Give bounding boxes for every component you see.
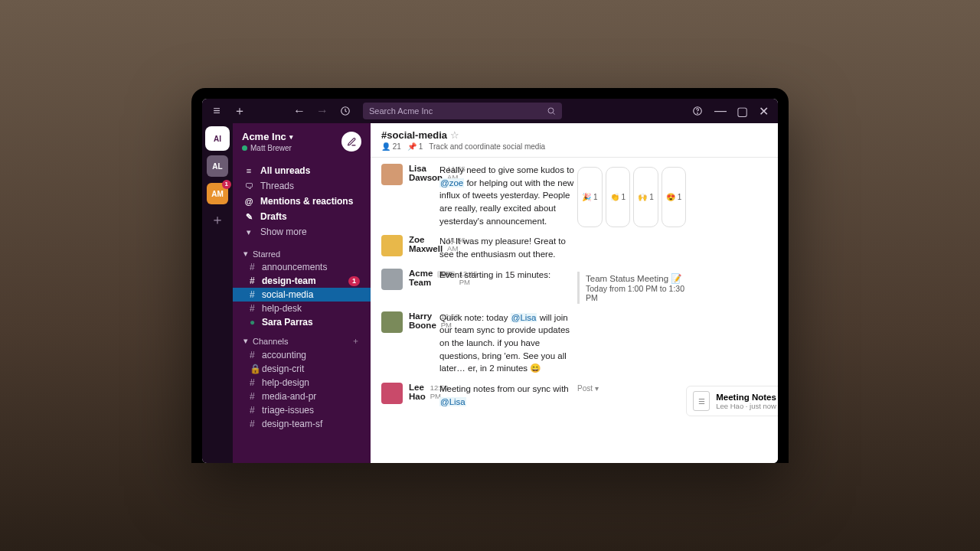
section-starred[interactable]: ▾ Starred xyxy=(233,243,371,260)
channel-item[interactable]: #help-design xyxy=(233,376,371,390)
nav-drafts[interactable]: ✎Drafts xyxy=(233,209,371,224)
channel-item[interactable]: #help-desk xyxy=(233,302,371,315)
section-channels[interactable]: ▾ Channels ＋ xyxy=(233,329,371,348)
unread-badge: 1 xyxy=(222,180,231,189)
nav-threads[interactable]: 🗨Threads xyxy=(233,178,371,194)
svg-point-3 xyxy=(697,113,698,114)
workspace-switcher-item[interactable]: AM 1 xyxy=(207,183,228,204)
channel-name[interactable]: #social-media xyxy=(381,129,447,141)
mention[interactable]: @Lisa xyxy=(439,397,466,406)
channel-header: #social-media ☆ 👤 21 📌 1 Track and coord… xyxy=(371,123,778,158)
maximize-icon[interactable]: ▢ xyxy=(733,103,750,119)
caret-down-icon: ▾ xyxy=(243,249,248,259)
message-text: Meeting notes from our sync with @Lisa xyxy=(439,383,577,416)
channel-item[interactable]: #media-and-pr xyxy=(233,390,371,403)
message-text: Event starting in 15 minutes: xyxy=(439,269,577,304)
add-workspace-icon[interactable]: ＋ xyxy=(211,210,224,229)
presence-icon xyxy=(242,145,247,151)
avatar[interactable] xyxy=(381,269,403,290)
drafts-icon: ✎ xyxy=(243,212,254,222)
message-author[interactable]: Lee Hao xyxy=(409,383,426,401)
channel-item[interactable]: #design-team1 xyxy=(233,274,371,288)
message-author[interactable]: Harry Boone xyxy=(409,311,436,330)
chevron-down-icon: ▾ xyxy=(289,133,293,141)
mention[interactable]: @Lisa xyxy=(511,313,537,322)
message-text: No! It was my pleasure! Great to see the… xyxy=(439,235,577,260)
message: Zoe Maxwell11:56 AM No! It was my pleasu… xyxy=(381,235,778,260)
channel-item[interactable]: 🔒design-crit xyxy=(233,362,371,376)
history-icon[interactable] xyxy=(337,103,354,119)
top-bar: ≡ ＋ ← → Search Acme Inc — ▢ ✕ xyxy=(202,99,778,123)
forward-icon[interactable]: → xyxy=(314,103,331,119)
current-user[interactable]: Matt Brewer xyxy=(242,144,293,152)
compose-button[interactable] xyxy=(341,132,361,152)
message: Harry Boone12:58 PM Quick note: today @L… xyxy=(381,311,778,375)
channel-item[interactable]: #triage-issues xyxy=(233,403,371,417)
reaction[interactable]: 😍1 xyxy=(662,167,687,227)
avatar[interactable] xyxy=(381,235,403,256)
star-icon[interactable]: ☆ xyxy=(450,129,459,141)
event-attachment[interactable]: Team Status Meeting 📝 Today from 1:00 PM… xyxy=(577,272,686,304)
search-icon xyxy=(547,106,556,116)
new-tab-icon[interactable]: ＋ xyxy=(231,103,248,119)
menu-icon[interactable]: ≡ xyxy=(208,103,225,119)
file-icon: ☰ xyxy=(693,391,710,411)
search-placeholder: Search Acme Inc xyxy=(369,106,433,116)
message: Acme TeamAPP12:45 PM Event starting in 1… xyxy=(381,269,778,304)
file-attachment[interactable]: ☰ Meeting Notes Lee Hao · just now xyxy=(686,386,778,416)
avatar[interactable] xyxy=(381,383,403,404)
caret-down-icon: ▾ xyxy=(243,336,248,346)
message-text: Really need to give some kudos to @zoe f… xyxy=(439,164,577,227)
avatar[interactable] xyxy=(381,311,403,333)
threads-icon: 🗨 xyxy=(243,181,254,191)
close-icon[interactable]: ✕ xyxy=(755,103,772,119)
back-icon[interactable]: ← xyxy=(291,103,308,119)
member-count[interactable]: 👤 21 xyxy=(381,142,401,151)
workspace-switcher-item[interactable]: AI xyxy=(207,128,228,149)
nav-show-more[interactable]: ▾Show more xyxy=(233,224,371,240)
workspace-switcher-item[interactable]: AL xyxy=(207,155,228,177)
add-channel-icon[interactable]: ＋ xyxy=(351,335,360,347)
channel-item-active[interactable]: #social-media xyxy=(233,288,371,302)
sidebar: Acme Inc ▾ Matt Brewer ≡All unreads 🗨Thr… xyxy=(233,123,371,463)
nav-mentions[interactable]: @Mentions & reactions xyxy=(233,194,371,209)
reaction[interactable]: 👏1 xyxy=(606,167,631,227)
avatar[interactable] xyxy=(381,164,403,185)
svg-point-1 xyxy=(548,108,554,113)
workspace-rail: AI AL AM 1 ＋ xyxy=(202,123,233,463)
unread-badge: 1 xyxy=(348,276,360,286)
minimize-icon[interactable]: — xyxy=(712,103,729,119)
reaction[interactable]: 🎉1 xyxy=(577,167,603,227)
reaction[interactable]: 🙌1 xyxy=(633,167,658,227)
workspace-name[interactable]: Acme Inc ▾ xyxy=(242,131,293,142)
pin-count[interactable]: 📌 1 xyxy=(407,142,423,151)
channel-item[interactable]: #announcements xyxy=(233,260,371,274)
channel-item[interactable]: #accounting xyxy=(233,348,371,362)
unreads-icon: ≡ xyxy=(243,166,254,175)
message: Lee Hao12:59 PM Meeting notes from our s… xyxy=(381,383,778,416)
message-author[interactable]: Acme Team xyxy=(409,269,433,287)
chevron-down-icon: ▾ xyxy=(243,227,254,237)
mentions-icon: @ xyxy=(243,197,254,206)
nav-all-unreads[interactable]: ≡All unreads xyxy=(233,163,371,178)
message-list[interactable]: Lisa Dawson11:55 AM Really need to give … xyxy=(371,158,778,463)
channel-pane: #social-media ☆ 👤 21 📌 1 Track and coord… xyxy=(371,123,778,463)
search-input[interactable]: Search Acme Inc xyxy=(363,103,562,119)
channel-item[interactable]: #design-team-sf xyxy=(233,417,371,431)
message-text: Quick note: today @Lisa will join our te… xyxy=(439,311,577,375)
message-author[interactable]: Zoe Maxwell xyxy=(409,235,443,253)
mention[interactable]: @zoe xyxy=(439,178,464,187)
help-icon[interactable] xyxy=(689,103,706,119)
channel-topic[interactable]: Track and coordinate social media xyxy=(429,142,545,151)
post-indicator[interactable]: Post ▾ xyxy=(577,384,686,416)
message-author[interactable]: Lisa Dawson xyxy=(409,164,443,182)
dm-item[interactable]: ●Sara Parras xyxy=(233,315,371,329)
message: Lisa Dawson11:55 AM Really need to give … xyxy=(381,164,778,227)
